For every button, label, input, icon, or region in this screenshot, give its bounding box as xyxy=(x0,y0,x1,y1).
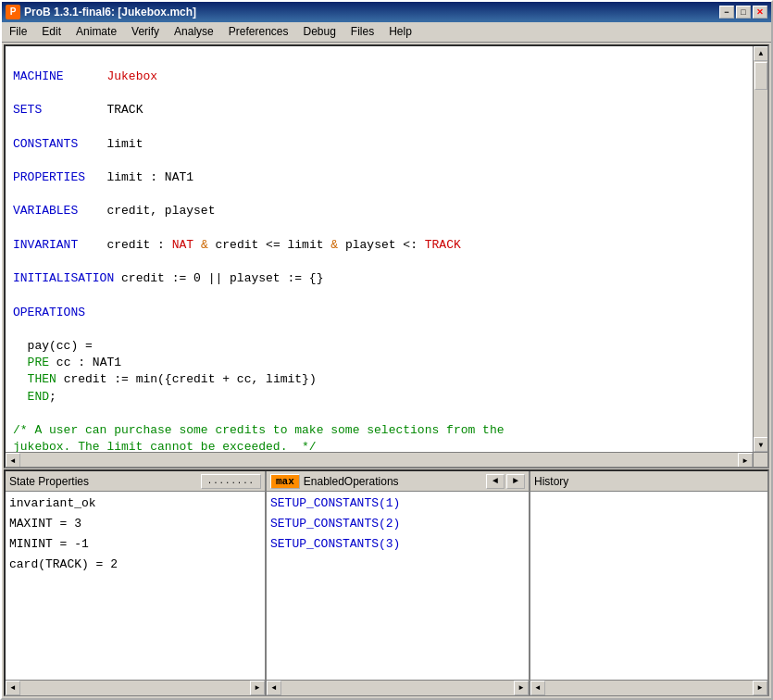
menu-bar: File Edit Animate Verify Analyse Prefere… xyxy=(2,22,771,43)
state-tab-label: State Properties xyxy=(9,475,89,488)
panel-content: invariant_ok MAXINT = 3 MININT = -1 card… xyxy=(6,492,767,680)
minimize-button[interactable]: − xyxy=(719,6,734,19)
ops-item[interactable]: SETUP_CONSTANTS(2) xyxy=(270,514,525,534)
menu-preferences[interactable]: Preferences xyxy=(221,22,296,42)
vscroll-track[interactable] xyxy=(754,61,767,437)
ops-item[interactable]: SETUP_CONSTANTS(1) xyxy=(270,494,525,514)
history-tab[interactable]: History xyxy=(530,471,767,491)
code-hscrollbar[interactable]: ◄ ► xyxy=(6,452,753,467)
state-scroll-track[interactable] xyxy=(20,681,250,695)
state-scroll-right[interactable]: ► xyxy=(250,681,265,695)
hscroll-track[interactable] xyxy=(20,453,738,467)
scrollbar-corner xyxy=(753,452,767,467)
code-vscrollbar[interactable]: ▲ ▼ xyxy=(753,46,767,452)
main-area: MACHINE Jukebox SETS TRACK CONSTANTS lim… xyxy=(2,43,771,698)
vscroll-thumb[interactable] xyxy=(754,62,767,90)
state-item: invariant_ok xyxy=(9,494,261,514)
ops-item[interactable]: SETUP_CONSTANTS(3) xyxy=(270,534,525,555)
ops-tab-label: EnabledOperations xyxy=(304,475,399,488)
history-tab-label: History xyxy=(534,475,568,488)
state-scroll-left[interactable]: ◄ xyxy=(6,681,20,695)
code-content: MACHINE Jukebox SETS TRACK CONSTANTS lim… xyxy=(13,52,745,452)
menu-files[interactable]: Files xyxy=(343,22,381,42)
state-panel: invariant_ok MAXINT = 3 MININT = -1 card… xyxy=(6,492,267,680)
vscroll-down[interactable]: ▼ xyxy=(754,437,768,452)
history-panel xyxy=(530,492,767,680)
state-item: MAXINT = 3 xyxy=(9,514,261,534)
hscroll-left[interactable]: ◄ xyxy=(6,453,20,468)
code-editor[interactable]: MACHINE Jukebox SETS TRACK CONSTANTS lim… xyxy=(4,44,769,469)
app-icon: P xyxy=(6,5,20,19)
ops-scroll-right[interactable]: ► xyxy=(514,681,529,695)
history-scroll-right[interactable]: ► xyxy=(753,681,767,695)
close-button[interactable]: ✕ xyxy=(753,6,767,19)
ops-nav-back[interactable]: ◄ xyxy=(486,474,505,489)
maximize-button[interactable]: □ xyxy=(736,6,751,19)
panel-scrollbars[interactable]: ◄ ► ◄ ► ◄ ► xyxy=(6,680,767,694)
title-bar: P ProB 1.3.1-final6: [Jukebox.mch] − □ ✕ xyxy=(2,2,771,22)
state-item: MININT = -1 xyxy=(9,534,261,555)
hscroll-right[interactable]: ► xyxy=(738,453,753,468)
menu-file[interactable]: File xyxy=(2,22,34,42)
ops-max-button[interactable]: max xyxy=(270,474,300,489)
ops-hscrollbar[interactable]: ◄ ► xyxy=(267,681,530,694)
menu-edit[interactable]: Edit xyxy=(34,22,69,42)
ops-scroll-left[interactable]: ◄ xyxy=(267,681,281,695)
state-tab-button[interactable]: ........ xyxy=(201,474,261,489)
menu-help[interactable]: Help xyxy=(381,22,419,42)
panel-tabs: State Properties ........ max EnabledOpe… xyxy=(6,471,767,492)
state-hscrollbar[interactable]: ◄ ► xyxy=(6,681,267,694)
window-title: ProB 1.3.1-final6: [Jukebox.mch] xyxy=(24,6,196,19)
state-properties-tab[interactable]: State Properties ........ xyxy=(6,471,267,491)
menu-debug[interactable]: Debug xyxy=(295,22,343,42)
menu-analyse[interactable]: Analyse xyxy=(167,22,221,42)
ops-scroll-track[interactable] xyxy=(281,681,514,695)
ops-nav-forward[interactable]: ► xyxy=(506,474,525,489)
state-item: card(TRACK) = 2 xyxy=(9,555,261,575)
menu-verify[interactable]: Verify xyxy=(124,22,167,42)
history-scroll-track[interactable] xyxy=(545,681,753,695)
menu-animate[interactable]: Animate xyxy=(69,22,124,42)
history-scroll-left[interactable]: ◄ xyxy=(530,681,545,695)
ops-panel[interactable]: SETUP_CONSTANTS(1) SETUP_CONSTANTS(2) SE… xyxy=(267,492,530,680)
ops-tab[interactable]: max EnabledOperations ◄ ► xyxy=(267,471,530,491)
vscroll-up[interactable]: ▲ xyxy=(754,46,768,61)
history-hscrollbar[interactable]: ◄ ► xyxy=(530,681,767,694)
bottom-panels: State Properties ........ max EnabledOpe… xyxy=(4,469,769,696)
